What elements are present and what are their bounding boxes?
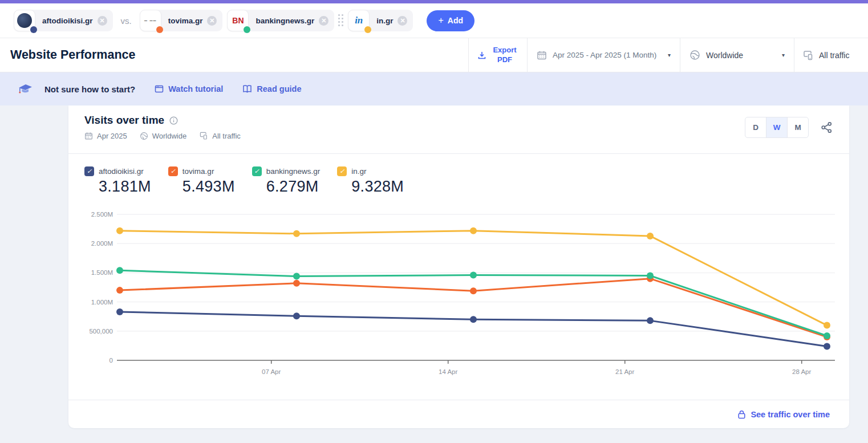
share-button[interactable]: [820, 121, 833, 134]
add-button-label: Add: [448, 16, 463, 25]
traffic-type-value: All traffic: [819, 51, 849, 60]
region-value: Worldwide: [706, 51, 776, 60]
date-range-value: Apr 2025 - Apr 2025 (1 Month): [553, 51, 662, 59]
site-chip-tovima[interactable]: ‒ ‒‒ tovima.gr ✕: [140, 10, 223, 31]
svg-text:07 Apr: 07 Apr: [262, 368, 281, 375]
series-checkbox[interactable]: ✓: [168, 166, 178, 176]
close-icon[interactable]: ✕: [319, 16, 328, 26]
legend-total-visits: 3.181M: [99, 178, 151, 196]
svg-text:500,000: 500,000: [89, 328, 113, 335]
read-guide-link[interactable]: Read guide: [242, 84, 301, 94]
comparison-topbar: aftodioikisi.gr ✕ vs. ‒ ‒‒ tovima.gr ✕ B…: [0, 3, 868, 38]
svg-text:28 Apr: 28 Apr: [792, 368, 811, 375]
traffic-type-selector[interactable]: All traffic: [794, 38, 868, 72]
tovima-favicon-icon: ‒ ‒‒: [144, 18, 157, 23]
chevron-down-icon: ▾: [782, 52, 785, 58]
card-date-filter: Apr 2025: [97, 132, 127, 140]
legend-site-name: tovima.gr: [182, 167, 214, 176]
series-checkbox[interactable]: ✓: [252, 166, 262, 176]
banner-question: Not sure how to start?: [44, 84, 135, 94]
calendar-icon: [84, 132, 93, 140]
legend-site-name: in.gr: [351, 167, 366, 176]
export-pdf-label: Export PDF: [491, 46, 518, 64]
close-icon[interactable]: ✕: [398, 16, 407, 26]
add-website-button[interactable]: + Add: [427, 10, 474, 31]
svg-text:0: 0: [109, 357, 113, 364]
book-icon: [242, 84, 252, 94]
site-favicon: [14, 10, 35, 31]
granularity-toggle: D W M: [745, 117, 809, 138]
legend-total-visits: 6.279M: [266, 178, 321, 196]
legend-item-in[interactable]: ✓ in.gr 9.328M: [337, 166, 404, 205]
svg-text:1.500M: 1.500M: [91, 269, 113, 276]
site-favicon: in: [348, 10, 370, 31]
site-chip-in[interactable]: in in.gr ✕: [348, 10, 413, 31]
site-chip-aftodioikisi[interactable]: aftodioikisi.gr ✕: [14, 10, 113, 31]
site-chip-bankingnews[interactable]: BN bankingnews.gr ✕: [227, 10, 334, 31]
close-icon[interactable]: ✕: [207, 16, 217, 26]
onboarding-banner: Not sure how to start? Watch tutorial Re…: [0, 72, 868, 105]
legend-item-aftodioikisi[interactable]: ✓ aftodioikisi.gr 3.181M: [84, 166, 151, 205]
devices-icon: [199, 131, 208, 140]
vs-label: vs.: [121, 16, 132, 26]
export-pdf-button[interactable]: Export PDF: [468, 38, 527, 72]
chevron-down-icon: ▾: [668, 52, 671, 58]
svg-text:2.000M: 2.000M: [91, 240, 113, 247]
legend-site-name: aftodioikisi.gr: [99, 167, 144, 176]
read-guide-label: Read guide: [257, 84, 301, 94]
watch-tutorial-link[interactable]: Watch tutorial: [155, 84, 223, 94]
granularity-week-button[interactable]: W: [766, 117, 788, 138]
see-traffic-link[interactable]: See traffic over time: [737, 410, 830, 419]
card-traffic-filter: All traffic: [212, 132, 241, 140]
drag-handle-icon[interactable]: [338, 14, 344, 27]
legend-item-tovima[interactable]: ✓ tovima.gr 5.493M: [168, 166, 235, 205]
devices-icon: [802, 50, 814, 61]
chart-legend: ✓ aftodioikisi.gr 3.181M ✓ tovima.gr 5.4…: [68, 154, 849, 205]
lock-icon: [737, 410, 746, 419]
site-favicon: BN: [227, 10, 249, 31]
globe-favicon-icon: [17, 13, 32, 28]
series-color-dot: [364, 26, 371, 33]
series-color-dot: [30, 26, 37, 33]
granularity-month-button[interactable]: M: [787, 117, 809, 138]
video-tutorial-icon: [155, 84, 164, 94]
card-header: Visits over time: [68, 105, 849, 154]
card-footer: See traffic over time: [68, 400, 849, 428]
site-chip-label: in.gr: [370, 17, 398, 25]
globe-icon: [140, 132, 148, 140]
page-title: Website Performance: [0, 38, 468, 72]
download-icon: [477, 51, 486, 60]
granularity-day-button[interactable]: D: [745, 117, 766, 138]
series-checkbox[interactable]: ✓: [337, 166, 347, 176]
main-content: Visits over time: [0, 105, 868, 428]
site-chip-label: bankingnews.gr: [249, 17, 319, 25]
svg-text:1.000M: 1.000M: [91, 299, 113, 306]
graduation-cap-icon: [17, 82, 34, 96]
series-color-dot: [156, 26, 163, 33]
site-chip-label: tovima.gr: [161, 17, 208, 25]
svg-text:14 Apr: 14 Apr: [439, 368, 457, 375]
see-traffic-label: See traffic over time: [751, 410, 830, 419]
site-chip-label: aftodioikisi.gr: [35, 17, 98, 25]
legend-site-name: bankingnews.gr: [266, 167, 321, 176]
card-title: Visits over time: [84, 114, 164, 127]
svg-text:2.500M: 2.500M: [91, 211, 113, 218]
date-range-selector[interactable]: Apr 2025 - Apr 2025 (1 Month) ▾: [527, 38, 680, 72]
legend-total-visits: 9.328M: [351, 178, 404, 196]
plus-icon: +: [438, 15, 443, 26]
series-checkbox[interactable]: ✓: [84, 166, 94, 176]
legend-item-bankingnews[interactable]: ✓ bankingnews.gr 6.279M: [252, 166, 321, 205]
info-icon[interactable]: [169, 116, 178, 125]
close-icon[interactable]: ✕: [98, 16, 107, 26]
bankingnews-favicon-icon: BN: [232, 16, 244, 25]
page-header: Website Performance Export PDF Apr 2025 …: [0, 38, 868, 72]
region-selector[interactable]: Worldwide ▾: [680, 38, 794, 72]
card-region-filter: Worldwide: [152, 132, 186, 140]
site-favicon: ‒ ‒‒: [140, 10, 161, 31]
watch-tutorial-label: Watch tutorial: [168, 84, 223, 94]
svg-text:21 Apr: 21 Apr: [615, 368, 634, 375]
calendar-icon: [537, 50, 547, 60]
globe-icon: [689, 50, 700, 60]
series-color-dot: [244, 26, 250, 33]
line-chart[interactable]: 2.500M2.000M1.500M1.000M500,000007 Apr14…: [68, 205, 849, 382]
